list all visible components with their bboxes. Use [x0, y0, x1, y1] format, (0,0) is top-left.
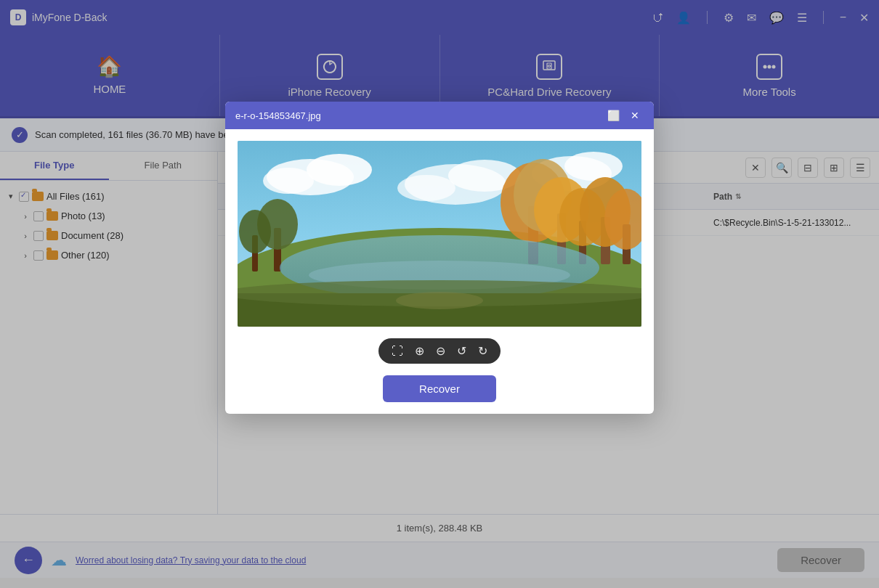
image-preview-modal: e-r-o-154853467.jpg ⬜ ✕ — [225, 102, 654, 414]
modal-close-button[interactable]: ✕ — [626, 107, 644, 124]
rotate-right-icon[interactable]: ↻ — [478, 344, 487, 358]
modal-overlay: e-r-o-154853467.jpg ⬜ ✕ — [0, 0, 879, 588]
modal-restore-button[interactable]: ⬜ — [604, 107, 622, 124]
svg-point-35 — [396, 292, 483, 309]
fullscreen-icon[interactable]: ⛶ — [392, 345, 403, 358]
svg-point-8 — [307, 154, 372, 186]
svg-point-9 — [263, 168, 314, 194]
preview-image — [238, 141, 641, 327]
svg-point-14 — [564, 152, 623, 181]
modal-body: ⛶ ⊕ ⊖ ↺ ↻ Recover — [225, 129, 654, 414]
zoom-out-icon[interactable]: ⊖ — [436, 344, 445, 358]
modal-titlebar: e-r-o-154853467.jpg ⬜ ✕ — [225, 102, 654, 129]
rotate-left-icon[interactable]: ↺ — [457, 344, 466, 358]
svg-point-30 — [239, 210, 271, 253]
modal-title: e-r-o-154853467.jpg — [235, 110, 600, 121]
svg-point-12 — [397, 175, 455, 201]
modal-recover-button[interactable]: Recover — [383, 375, 496, 402]
zoom-in-icon[interactable]: ⊕ — [415, 344, 424, 358]
image-controls: ⛶ ⊕ ⊖ ↺ ↻ — [378, 338, 501, 364]
